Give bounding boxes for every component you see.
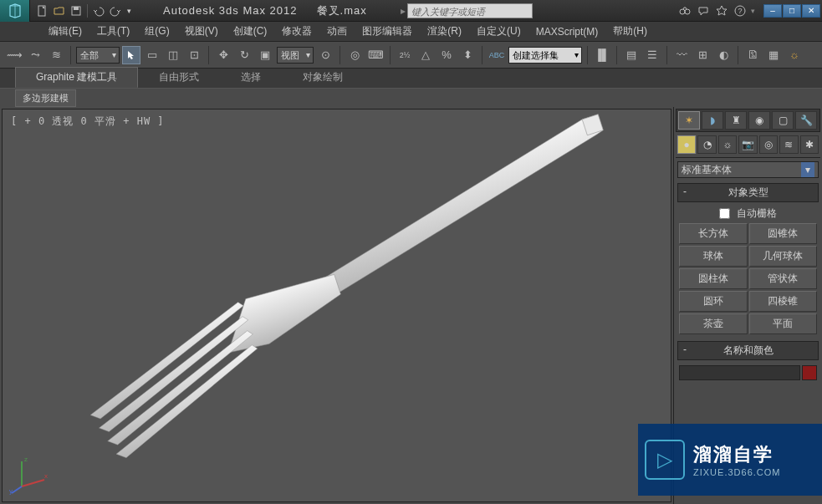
qat-dropdown-icon[interactable]: ▾ (125, 3, 133, 18)
minimize-button[interactable]: – (763, 4, 782, 18)
align-icon[interactable]: ▤ (622, 46, 641, 64)
undo-icon[interactable] (91, 3, 106, 18)
modify-tab-icon[interactable]: ◗ (702, 111, 723, 130)
ribbon-tab-graphite[interactable]: Graphite 建模工具 (15, 67, 138, 88)
svg-text:x: x (44, 472, 48, 480)
helpers-subtab-icon[interactable]: ◎ (759, 135, 778, 154)
selection-filter-combo[interactable]: 全部 (76, 47, 120, 64)
obj-cylinder-button[interactable]: 圆柱体 (679, 268, 748, 289)
rollout-object-type[interactable]: 对象类型 (677, 183, 819, 202)
named-selection-combo[interactable]: 创建选择集 (508, 47, 582, 64)
menu-animation[interactable]: 动画 (320, 23, 354, 40)
menu-rendering[interactable]: 渲染(R) (421, 23, 468, 40)
schematic-view-icon[interactable]: ⊞ (693, 46, 712, 64)
ribbon-tab-freeform[interactable]: 自由形式 (138, 67, 220, 88)
systems-subtab-icon[interactable]: ✱ (800, 135, 819, 154)
render-setup-icon[interactable]: 🖻 (743, 46, 762, 64)
obj-torus-button[interactable]: 圆环 (679, 291, 748, 312)
shapes-subtab-icon[interactable]: ◔ (697, 135, 716, 154)
menu-edit[interactable]: 编辑(E) (42, 23, 89, 40)
render-icon[interactable]: ☼ (785, 46, 804, 64)
select-object-icon[interactable] (122, 46, 140, 64)
move-icon[interactable]: ✥ (214, 46, 232, 64)
category-combo[interactable]: 标准基本体 (677, 161, 819, 178)
menu-help[interactable]: 帮助(H) (606, 23, 654, 40)
close-button[interactable]: ✕ (802, 4, 820, 18)
help-icon[interactable]: ? (733, 3, 748, 18)
ref-coord-combo[interactable]: 视图 (277, 47, 314, 64)
layers-icon[interactable]: ☰ (643, 46, 661, 64)
cameras-subtab-icon[interactable]: 📷 (738, 135, 757, 154)
file-name: 餐叉.max (317, 4, 367, 17)
viewport-label[interactable]: [ + 0 透视 0 平滑 + HW ] (11, 115, 165, 129)
obj-cone-button[interactable]: 圆锥体 (749, 223, 818, 244)
select-region-icon[interactable]: ◫ (164, 46, 182, 64)
svg-line-16 (12, 486, 22, 493)
select-by-name-icon[interactable]: ▭ (143, 46, 161, 64)
ribbon-tab-selection[interactable]: 选择 (220, 67, 282, 88)
poly-modeling-button[interactable]: 多边形建模 (15, 89, 76, 107)
redo-icon[interactable] (108, 3, 123, 18)
viewport[interactable]: [ + 0 透视 0 平滑 + HW ] (2, 109, 671, 502)
obj-plane-button[interactable]: 平面 (749, 313, 818, 334)
obj-geosphere-button[interactable]: 几何球体 (749, 246, 818, 267)
new-icon[interactable] (35, 3, 50, 18)
spinner-snap-icon[interactable]: ⬍ (458, 46, 477, 64)
obj-sphere-button[interactable]: 球体 (679, 246, 748, 267)
display-tab-icon[interactable]: ▢ (772, 111, 794, 130)
autogrid-label: 自动栅格 (737, 207, 777, 219)
help-dropdown-icon[interactable]: ▾ (751, 7, 755, 15)
angle-snap-icon[interactable]: △ (416, 46, 435, 64)
edit-named-sel-icon[interactable]: ABC (488, 46, 506, 64)
lights-subtab-icon[interactable]: ☼ (718, 135, 737, 154)
menu-customize[interactable]: 自定义(U) (470, 23, 528, 40)
menu-modifiers[interactable]: 修改器 (275, 23, 319, 40)
communication-icon[interactable] (696, 3, 711, 18)
object-name-input[interactable] (679, 365, 800, 380)
rollout-name-color[interactable]: 名称和颜色 (677, 341, 819, 360)
curve-editor-icon[interactable]: 〰 (672, 46, 691, 64)
scale-icon[interactable]: ▣ (256, 46, 274, 64)
binoculars-icon[interactable] (677, 3, 692, 18)
mirror-icon[interactable]: ▐▌ (593, 46, 611, 64)
material-editor-icon[interactable]: ◐ (714, 46, 733, 64)
object-type-grid: 长方体 圆锥体 球体 几何球体 圆柱体 管状体 圆环 四棱锥 茶壶 平面 (676, 223, 820, 334)
open-icon[interactable] (52, 3, 67, 18)
bind-spacewarp-icon[interactable]: ≋ (47, 46, 65, 64)
menu-grapheditors[interactable]: 图形编辑器 (355, 23, 419, 40)
obj-pyramid-button[interactable]: 四棱锥 (749, 291, 818, 312)
menu-group[interactable]: 组(G) (138, 23, 176, 40)
rotate-icon[interactable]: ↻ (235, 46, 253, 64)
obj-box-button[interactable]: 长方体 (679, 223, 748, 244)
create-tab-icon[interactable]: ✶ (678, 111, 700, 130)
object-color-swatch[interactable] (802, 365, 817, 380)
manipulate-icon[interactable]: ◎ (345, 46, 364, 64)
hierarchy-tab-icon[interactable]: ♜ (725, 111, 747, 130)
keyboard-shortcut-icon[interactable]: ⌨ (366, 46, 385, 64)
obj-teapot-button[interactable]: 茶壶 (679, 313, 748, 334)
favorite-icon[interactable] (714, 3, 729, 18)
unlink-icon[interactable]: ⤳ (26, 46, 44, 64)
geometry-subtab-icon[interactable]: ● (677, 135, 696, 154)
menu-tools[interactable]: 工具(T) (90, 23, 136, 40)
watermark: ▷ 溜溜自学 ZIXUE.3D66.COM (638, 424, 822, 496)
obj-tube-button[interactable]: 管状体 (749, 268, 818, 289)
save-icon[interactable] (69, 3, 84, 18)
menu-views[interactable]: 视图(V) (178, 23, 225, 40)
motion-tab-icon[interactable]: ◉ (748, 111, 770, 130)
utilities-tab-icon[interactable]: 🔧 (795, 111, 817, 130)
percent-snap-icon[interactable]: % (437, 46, 456, 64)
search-input[interactable]: 键入关键字或短语 (407, 3, 533, 18)
menu-create[interactable]: 创建(C) (227, 23, 274, 40)
link-icon[interactable]: ⟿ (5, 46, 23, 64)
menu-maxscript[interactable]: MAXScript(M) (529, 24, 605, 39)
autogrid-checkbox[interactable] (719, 208, 730, 219)
pivot-center-icon[interactable]: ⊙ (316, 46, 334, 64)
app-logo[interactable] (0, 0, 30, 22)
window-crossing-icon[interactable]: ⊡ (185, 46, 203, 64)
render-frame-icon[interactable]: ▦ (764, 46, 783, 64)
spacewarps-subtab-icon[interactable]: ≋ (779, 135, 798, 154)
snap-2d-icon[interactable]: 2½ (396, 46, 414, 64)
ribbon-tab-objectpaint[interactable]: 对象绘制 (282, 67, 364, 88)
maximize-button[interactable]: □ (783, 4, 801, 18)
